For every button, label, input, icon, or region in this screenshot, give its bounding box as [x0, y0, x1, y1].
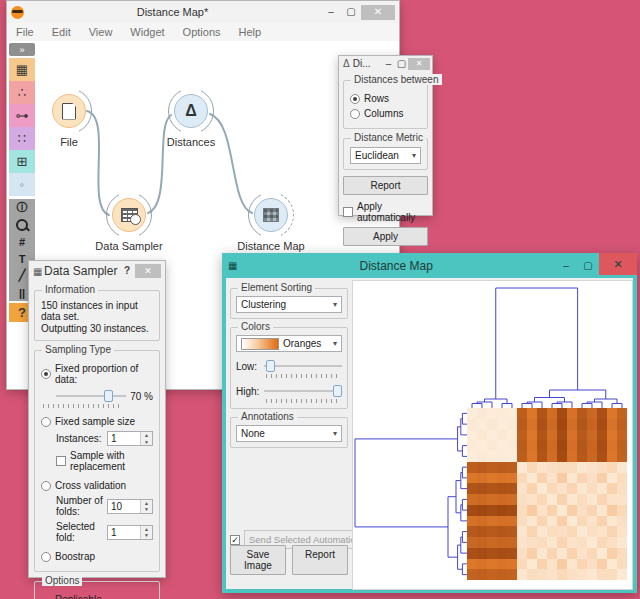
- heatmap-cell[interactable]: [617, 548, 627, 559]
- heatmap-cell[interactable]: [597, 462, 607, 473]
- apply-automatically-checkbox[interactable]: [343, 207, 353, 217]
- heatmap-cell[interactable]: [587, 430, 597, 441]
- heatmap-cell[interactable]: [557, 559, 567, 570]
- heatmap-cell[interactable]: [607, 569, 617, 580]
- heatmap-cell[interactable]: [587, 516, 597, 527]
- heatmap-cell[interactable]: [467, 483, 477, 494]
- heatmap-cell[interactable]: [467, 505, 477, 516]
- heatmap-cell[interactable]: [547, 526, 557, 537]
- minimize-button[interactable]: –: [555, 261, 577, 271]
- heatmap-cell[interactable]: [507, 559, 517, 570]
- radio-columns[interactable]: Columns: [350, 108, 421, 119]
- distance-map-plot[interactable]: [352, 280, 633, 590]
- node-data-sampler[interactable]: [106, 192, 152, 238]
- heatmap-cell[interactable]: [517, 430, 527, 441]
- slider-thumb[interactable]: [104, 390, 113, 402]
- menu-options[interactable]: Options: [174, 26, 230, 38]
- heatmap-cell[interactable]: [597, 526, 607, 537]
- heatmap-cell[interactable]: [487, 451, 497, 462]
- heatmap-cell[interactable]: [607, 473, 617, 484]
- colors-select[interactable]: Oranges ▾: [236, 335, 342, 352]
- heatmap-cell[interactable]: [517, 419, 527, 430]
- heatmap-cell[interactable]: [567, 569, 577, 580]
- heatmap-cell[interactable]: [577, 548, 587, 559]
- heatmap-cell[interactable]: [547, 451, 557, 462]
- spin-down-icon[interactable]: ▼: [141, 439, 152, 446]
- radio-fixed-proportion[interactable]: Fixed proportion of data:: [41, 363, 153, 385]
- heatmap-cell[interactable]: [547, 473, 557, 484]
- heatmap-cell[interactable]: [507, 440, 517, 451]
- low-slider-thumb[interactable]: [266, 360, 275, 372]
- heatmap-cell[interactable]: [487, 462, 497, 473]
- heatmap-cell[interactable]: [537, 505, 547, 516]
- heatmap-cell[interactable]: [517, 473, 527, 484]
- main-titlebar[interactable]: Distance Map* – ▢ ✕: [7, 1, 399, 23]
- heatmap-cell[interactable]: [507, 462, 517, 473]
- heatmap-cell[interactable]: [467, 537, 477, 548]
- heatmap-cell[interactable]: [517, 440, 527, 451]
- heatmap-cell[interactable]: [597, 451, 607, 462]
- heatmap-cell[interactable]: [537, 559, 547, 570]
- heatmap-cell[interactable]: [487, 483, 497, 494]
- heatmap-cell[interactable]: [577, 569, 587, 580]
- heatmap-cell[interactable]: [577, 473, 587, 484]
- heatmap-cell[interactable]: [587, 483, 597, 494]
- high-slider[interactable]: [264, 384, 342, 398]
- heatmap-cell[interactable]: [567, 537, 577, 548]
- heatmap-cell[interactable]: [467, 569, 477, 580]
- heatmap-cell[interactable]: [557, 451, 567, 462]
- heatmap-cell[interactable]: [477, 430, 487, 441]
- column-dendrogram[interactable]: [472, 288, 622, 408]
- heatmap-cell[interactable]: [587, 537, 597, 548]
- heatmap-cell[interactable]: [537, 408, 547, 419]
- heatmap-cell[interactable]: [607, 516, 617, 527]
- heatmap-cell[interactable]: [517, 526, 527, 537]
- heatmap-cell[interactable]: [557, 440, 567, 451]
- heatmap-cell[interactable]: [497, 419, 507, 430]
- heatmap-cell[interactable]: [567, 494, 577, 505]
- heatmap-cell[interactable]: [617, 473, 627, 484]
- selected-fold-spinbox[interactable]: 1 ▲▼: [107, 525, 153, 540]
- heatmap-cell[interactable]: [477, 451, 487, 462]
- heatmap-cell[interactable]: [487, 419, 497, 430]
- heatmap-cell[interactable]: [577, 494, 587, 505]
- heatmap-cell[interactable]: [477, 473, 487, 484]
- heatmap-cell[interactable]: [497, 548, 507, 559]
- heatmap-cell[interactable]: [547, 569, 557, 580]
- heatmap-cell[interactable]: [607, 430, 617, 441]
- heatmap-cell[interactable]: [607, 451, 617, 462]
- heatmap-cell[interactable]: [587, 569, 597, 580]
- heatmap-cell[interactable]: [477, 494, 487, 505]
- heatmap-cell[interactable]: [577, 537, 587, 548]
- close-button[interactable]: ✕: [135, 264, 161, 278]
- heatmap-cell[interactable]: [547, 440, 557, 451]
- heatmap-cell[interactable]: [527, 483, 537, 494]
- heatmap-cell[interactable]: [527, 473, 537, 484]
- heatmap-cell[interactable]: [497, 451, 507, 462]
- heatmap-cell[interactable]: [487, 526, 497, 537]
- heatmap-cell[interactable]: [557, 569, 567, 580]
- heatmap-cell[interactable]: [547, 419, 557, 430]
- heatmap-cell[interactable]: [507, 430, 517, 441]
- heatmap-cell[interactable]: [547, 516, 557, 527]
- heatmap-cell[interactable]: [497, 494, 507, 505]
- heatmap-cell[interactable]: [557, 419, 567, 430]
- heatmap-cell[interactable]: [547, 494, 557, 505]
- heatmap-cell[interactable]: [487, 537, 497, 548]
- heatmap-cell[interactable]: [567, 483, 577, 494]
- heatmap-cell[interactable]: [617, 526, 627, 537]
- heatmap-cell[interactable]: [517, 569, 527, 580]
- minimize-button[interactable]: –: [321, 7, 341, 17]
- heatmap-cell[interactable]: [537, 548, 547, 559]
- replicable-row[interactable]: Replicable (deterministic) sampling: [41, 594, 153, 599]
- heatmap-cell[interactable]: [497, 505, 507, 516]
- heatmap-cell[interactable]: [577, 419, 587, 430]
- heatmap-cell[interactable]: [567, 473, 577, 484]
- heatmap-cell[interactable]: [567, 516, 577, 527]
- heatmap-cell[interactable]: [617, 505, 627, 516]
- heatmap-cell[interactable]: [617, 516, 627, 527]
- heatmap-cell[interactable]: [517, 505, 527, 516]
- heatmap-cell[interactable]: [497, 516, 507, 527]
- heatmap-cell[interactable]: [557, 494, 567, 505]
- report-button[interactable]: Report: [343, 176, 428, 195]
